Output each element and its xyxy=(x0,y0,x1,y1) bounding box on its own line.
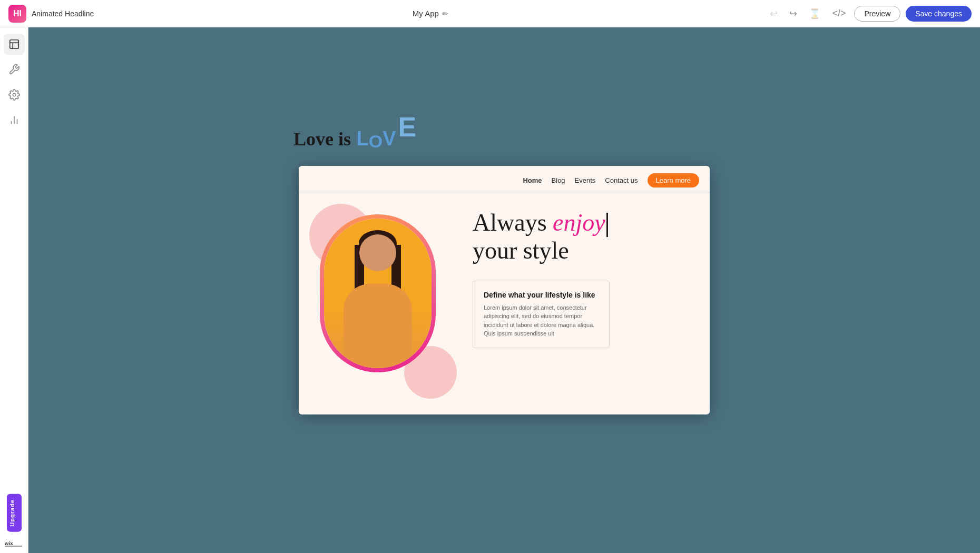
undo-button[interactable]: ↩ xyxy=(767,5,781,23)
sidebar-item-analytics[interactable] xyxy=(4,110,25,131)
preview-hero: Always enjoyyour style Define what your … xyxy=(299,193,710,414)
topbar-right: ↩ ↪ ⌛ </> Preview Save changes xyxy=(767,5,972,23)
hero-left xyxy=(299,193,462,414)
learn-more-button[interactable]: Learn more xyxy=(648,173,699,187)
love-letter-o: O xyxy=(369,131,383,152)
topbar-center: My App ✏ xyxy=(413,9,448,18)
nav-link-contact[interactable]: Contact us xyxy=(605,176,638,184)
topbar-left: HI Animated Headline xyxy=(8,5,94,23)
history-button[interactable]: ⌛ xyxy=(806,5,824,23)
love-letter-v: V xyxy=(383,127,396,150)
love-letter-e: E xyxy=(398,111,417,143)
app-logo: HI xyxy=(8,5,26,23)
love-letter-l: L xyxy=(356,127,368,150)
wix-logo: wix xyxy=(5,538,24,549)
svg-text:wix: wix xyxy=(5,540,13,546)
upgrade-button[interactable]: Upgrade xyxy=(7,494,22,532)
hero-headline: Always enjoyyour style xyxy=(473,209,699,265)
code-editor-button[interactable]: </> xyxy=(829,5,849,22)
love-animation: L O V E xyxy=(356,118,414,150)
sidebar-item-settings[interactable] xyxy=(4,84,25,105)
app-name-label: Animated Headline xyxy=(32,9,94,18)
svg-rect-0 xyxy=(9,40,18,49)
preview-nav: Home Blog Events Contact us Learn more xyxy=(299,166,710,193)
svg-point-3 xyxy=(13,93,16,96)
sidebar: Upgrade wix xyxy=(0,27,28,553)
logo-letter: HI xyxy=(13,9,22,18)
hero-headline-highlight: enjoy xyxy=(553,209,605,236)
edit-site-name-icon[interactable]: ✏ xyxy=(442,9,448,18)
person-photo xyxy=(324,219,432,368)
cursor-blink xyxy=(606,213,608,237)
love-is-text: Love is xyxy=(293,129,351,150)
canvas-area: Love is L O V E Home Blog Events Contact… xyxy=(28,27,980,553)
person-body xyxy=(344,284,412,368)
hero-subcard-text: Lorem ipsum dolor sit amet, consectetur … xyxy=(484,303,599,338)
sidebar-item-pages[interactable] xyxy=(4,34,25,55)
nav-link-events[interactable]: Events xyxy=(575,176,596,184)
sidebar-item-tools[interactable] xyxy=(4,59,25,80)
main: Upgrade wix Love is L O V E Home xyxy=(0,27,980,553)
preview-button[interactable]: Preview xyxy=(854,6,900,22)
hero-subcard-title: Define what your lifestyle is like xyxy=(484,291,599,299)
person-head xyxy=(359,234,396,271)
hero-right: Always enjoyyour style Define what your … xyxy=(462,193,710,414)
site-name-label: My App xyxy=(413,9,439,18)
website-preview: Love is L O V E Home Blog Events Contact… xyxy=(299,166,710,414)
topbar: HI Animated Headline My App ✏ ↩ ↪ ⌛ </> … xyxy=(0,0,980,27)
hero-subcard: Define what your lifestyle is like Lorem… xyxy=(473,281,610,348)
nav-link-home[interactable]: Home xyxy=(523,176,542,184)
redo-button[interactable]: ↪ xyxy=(786,5,800,23)
save-button[interactable]: Save changes xyxy=(906,6,972,22)
animated-headline-overlay: Love is L O V E xyxy=(293,118,414,150)
oval-frame xyxy=(320,214,436,372)
nav-link-blog[interactable]: Blog xyxy=(552,176,565,184)
